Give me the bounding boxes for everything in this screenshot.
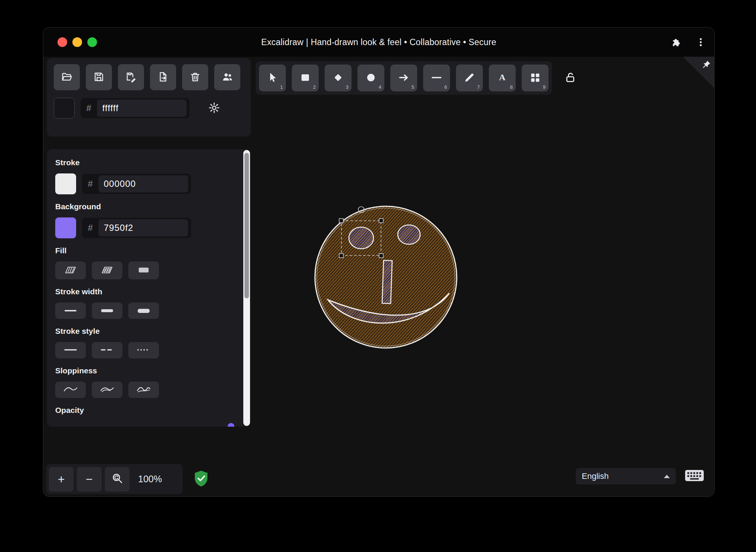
reset-zoom-button[interactable] xyxy=(105,467,129,492)
dotted-line-icon xyxy=(137,348,151,353)
stroke-color-swatch[interactable] xyxy=(55,173,76,194)
text-icon: A xyxy=(496,72,508,85)
stroke-style-label: Stroke style xyxy=(55,327,251,336)
excalidraw-canvas-area[interactable]: # ffffff 1 2 3 xyxy=(43,57,714,496)
svg-text:A: A xyxy=(499,72,506,82)
tool-diamond[interactable]: 3 xyxy=(325,65,352,91)
tool-shortcut: 9 xyxy=(543,84,546,90)
tool-line[interactable]: 6 xyxy=(423,65,450,91)
save-as-button[interactable] xyxy=(118,64,144,90)
zoom-in-button[interactable]: + xyxy=(49,467,74,492)
keyboard-shortcuts-button[interactable] xyxy=(685,469,704,483)
settings-button[interactable] xyxy=(208,102,220,115)
stroke-width-label: Stroke width xyxy=(55,287,251,296)
properties-panel: Stroke # 000000 Background # 7950f2 Fill xyxy=(47,149,251,427)
fill-options xyxy=(55,261,251,279)
hex-hash: # xyxy=(81,103,97,113)
stroke-color-value[interactable]: 000000 xyxy=(99,175,188,192)
background-color-input[interactable]: # 7950f2 xyxy=(82,218,191,238)
save-as-icon xyxy=(125,71,137,84)
canvas-background-row: # ffffff xyxy=(54,98,244,119)
stroke-width-bold-button[interactable] xyxy=(92,302,122,319)
file-toolbar xyxy=(54,64,244,90)
tool-shortcut: 8 xyxy=(510,84,513,90)
file-toolbar-island: # ffffff xyxy=(47,58,251,137)
unlock-icon xyxy=(564,79,577,85)
tool-text[interactable]: A 8 xyxy=(489,65,516,91)
sloppiness-artist-button[interactable] xyxy=(92,382,122,398)
resize-handle-ne xyxy=(379,219,383,223)
stroke-style-dotted-button[interactable] xyxy=(128,342,159,358)
resize-handle-se xyxy=(379,254,383,258)
browser-menu-button[interactable] xyxy=(693,35,708,50)
smiley-face[interactable] xyxy=(315,206,457,348)
panel-scrollbar-thumb[interactable] xyxy=(244,153,249,298)
tool-arrow[interactable]: 5 xyxy=(390,65,417,91)
bold-line-icon xyxy=(101,309,113,312)
tool-rectangle[interactable]: 2 xyxy=(292,65,319,91)
canvas-background-value[interactable]: ffffff xyxy=(97,100,187,117)
extensions-button[interactable] xyxy=(669,35,684,50)
arrow-icon xyxy=(398,72,410,85)
stroke-width-thin-button[interactable] xyxy=(55,302,86,319)
shapes-grid-icon xyxy=(529,72,541,85)
stroke-row: # 000000 xyxy=(55,173,251,194)
fill-cross-hatch-button[interactable] xyxy=(92,261,122,279)
smiley-nose xyxy=(382,260,392,304)
reset-canvas-button[interactable] xyxy=(182,64,208,90)
sloppiness-cartoonist-button[interactable] xyxy=(128,382,159,398)
cartoonist-squiggle-icon xyxy=(136,385,151,395)
diamond-icon xyxy=(332,72,344,85)
folder-open-icon xyxy=(61,71,72,84)
tool-shortcut: 6 xyxy=(444,84,447,90)
stroke-style-solid-button[interactable] xyxy=(55,342,86,358)
opacity-label: Opacity xyxy=(55,406,251,415)
sloppiness-options xyxy=(55,382,251,398)
open-button[interactable] xyxy=(54,64,80,90)
pin-icon[interactable] xyxy=(702,60,711,71)
users-icon xyxy=(222,71,233,84)
tool-draw[interactable]: 7 xyxy=(456,65,483,91)
save-button[interactable] xyxy=(86,64,112,90)
end-to-end-encryption-badge xyxy=(194,470,209,489)
ellipse-icon xyxy=(365,72,377,85)
zoom-level[interactable]: 100% xyxy=(138,474,162,484)
tool-shortcut: 5 xyxy=(412,84,414,90)
tools-toolbar-island: 1 2 3 4 5 6 7 xyxy=(256,61,552,95)
background-label: Background xyxy=(55,202,251,211)
canvas-background-input[interactable]: # ffffff xyxy=(81,98,190,118)
export-button[interactable] xyxy=(150,64,176,90)
tool-shortcut: 3 xyxy=(346,84,349,90)
stroke-style-dashed-button[interactable] xyxy=(92,342,122,358)
background-color-value[interactable]: 7950f2 xyxy=(99,219,188,236)
zoom-out-button[interactable]: − xyxy=(77,467,101,492)
sloppiness-label: Sloppiness xyxy=(55,366,251,375)
app-window: Excalidraw | Hand-drawn look & feel • Co… xyxy=(43,28,714,496)
collaboration-button[interactable] xyxy=(214,64,240,90)
tool-shortcut: 2 xyxy=(313,84,316,90)
hachure-icon xyxy=(64,266,77,275)
solid-fill-icon xyxy=(137,266,150,275)
pencil-icon xyxy=(463,72,475,85)
stroke-color-input[interactable]: # 000000 xyxy=(82,174,191,194)
solid-line-icon xyxy=(63,348,78,353)
shield-check-icon xyxy=(194,482,209,488)
stroke-width-extra-bold-button[interactable] xyxy=(128,302,159,319)
canvas-background-swatch[interactable] xyxy=(54,98,75,119)
panel-scrollbar[interactable] xyxy=(243,150,250,426)
tool-shapes[interactable]: 9 xyxy=(522,65,549,91)
trash-icon xyxy=(190,71,201,84)
background-color-swatch[interactable] xyxy=(55,217,76,238)
fill-hachure-button[interactable] xyxy=(55,261,86,279)
opacity-slider-thumb[interactable] xyxy=(228,423,234,427)
language-select[interactable]: English xyxy=(576,468,676,484)
sloppiness-architect-button[interactable] xyxy=(55,382,86,398)
keep-tool-active-button[interactable] xyxy=(562,70,579,86)
fill-solid-button[interactable] xyxy=(128,261,159,279)
tool-selection[interactable]: 1 xyxy=(259,65,286,91)
zoom-toolbar-island: + − 100% xyxy=(46,464,182,494)
tool-ellipse[interactable]: 4 xyxy=(357,65,384,91)
canvas-drawing-smiley[interactable] xyxy=(299,194,478,358)
architect-squiggle-icon xyxy=(63,385,78,395)
language-value: English xyxy=(582,471,664,481)
